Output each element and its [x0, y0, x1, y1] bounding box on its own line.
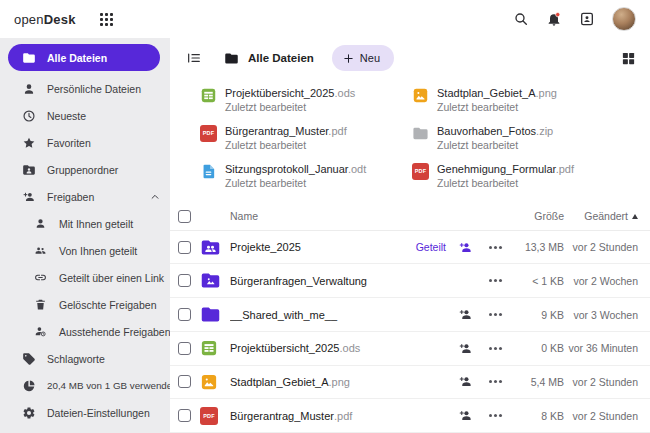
sidebar-toggle-icon[interactable]	[186, 50, 202, 66]
more-actions-button[interactable]	[480, 246, 510, 249]
sidebar-item-favoriten[interactable]: Favoriten	[0, 129, 170, 156]
sidebar-item-dateien-einstellungen[interactable]: Dateien-Einstellungen	[0, 399, 170, 426]
folder-icon	[200, 304, 230, 325]
share-button[interactable]	[450, 307, 480, 322]
file-size: < 1 KB	[510, 275, 564, 287]
sort-ascending-icon	[632, 214, 638, 219]
recent-file-text: Stadtplan_Gebiet_A.png Zuletzt bearbeite…	[437, 87, 557, 114]
sidebar-item-geteilt-ueber-link[interactable]: Geteilt über einen Link	[0, 264, 170, 291]
table-row[interactable]: Stadtplan_Gebiet_A.png 5,4 MB vor 2 Stun…	[170, 366, 650, 400]
sidebar-item-label: Gelöschte Freigaben	[59, 299, 156, 311]
top-bar: openDesk	[0, 0, 650, 38]
select-all-checkbox[interactable]	[178, 210, 191, 223]
sidebar-item-freigaben[interactable]: Freigaben	[0, 183, 170, 210]
file-modified: vor 2 Stunden	[570, 376, 638, 388]
row-checkbox[interactable]	[178, 342, 191, 355]
share-button[interactable]	[450, 408, 480, 423]
user-avatar[interactable]	[612, 7, 636, 31]
recent-file-text: Genehmigung_Formular.pdf Zuletzt bearbei…	[437, 163, 574, 190]
sidebar-storage-usage[interactable]: 20,4 MB von 1 GB verwendet	[0, 372, 170, 399]
pdf-file-icon: PDF	[200, 125, 217, 142]
recent-file-card[interactable]: Stadtplan_Gebiet_A.png Zuletzt bearbeite…	[412, 87, 636, 114]
spreadsheet-file-icon	[200, 339, 230, 357]
sidebar-item-neueste[interactable]: Neueste	[0, 102, 170, 129]
share-person-plus-icon	[22, 190, 36, 204]
recent-file-subtitle: Zuletzt bearbeitet	[225, 139, 347, 152]
sidebar-item-ausstehende-freigaben[interactable]: Ausstehende Freigaben	[0, 318, 170, 345]
table-row[interactable]: Projekte_2025Geteilt 13,3 MB vor 2 Stund…	[170, 231, 650, 265]
pdf-file-icon: PDF	[412, 163, 429, 180]
row-checkbox[interactable]	[178, 241, 191, 254]
recent-file-card[interactable]: PDF Genehmigung_Formular.pdf Zuletzt bea…	[412, 163, 636, 190]
file-name: Projektübersicht_2025.ods	[230, 342, 450, 354]
more-actions-button[interactable]	[480, 347, 510, 350]
file-name: Bürgeranfragen_Verwaltung	[230, 275, 450, 287]
sidebar-item-persoenliche-dateien[interactable]: Persönliche Dateien	[0, 75, 170, 102]
sidebar-item-label: Favoriten	[47, 137, 91, 149]
column-header-modified[interactable]: Geändert	[570, 210, 638, 222]
more-actions-button[interactable]	[480, 279, 510, 282]
table-row[interactable]: Bürgeranfragen_Verwaltung < 1 KB vor 2 W…	[170, 264, 650, 298]
folder-icon	[224, 51, 239, 66]
recent-file-card[interactable]: Bauvorhaben_Fotos.zip Zuletzt bearbeitet	[412, 125, 636, 152]
recent-file-name: Genehmigung_Formular.pdf	[437, 163, 574, 176]
column-header-name[interactable]: Name	[230, 210, 450, 222]
recent-file-card[interactable]: PDF Bürgerantrag_Muster.pdf Zuletzt bear…	[200, 125, 412, 152]
sidebar-item-mit-ihnen-geteilt[interactable]: Mit Ihnen geteilt	[0, 210, 170, 237]
zip-file-icon	[412, 125, 429, 142]
sidebar-item-label: Neueste	[47, 110, 86, 122]
sidebar-item-gruppenordner[interactable]: Gruppenordner	[0, 156, 170, 183]
row-checkbox[interactable]	[178, 375, 191, 388]
opendesk-files-app: openDesk Alle Dateien	[0, 0, 650, 433]
tag-icon	[22, 352, 36, 366]
file-size: 13,3 MB	[510, 241, 564, 253]
sidebar-item-label: Von Ihnen geteilt	[59, 245, 137, 257]
recent-file-card[interactable]: Sitzungsprotokoll_Januar.odt Zuletzt bea…	[200, 163, 412, 190]
recent-file-subtitle: Zuletzt bearbeitet	[225, 177, 366, 190]
share-button[interactable]	[450, 374, 480, 389]
sidebar-item-label: Freigaben	[47, 191, 94, 203]
new-button-label: Neu	[360, 52, 380, 64]
recent-files-grid: Projektübersicht_2025.ods Zuletzt bearbe…	[170, 75, 650, 203]
row-checkbox[interactable]	[178, 274, 191, 287]
new-button[interactable]: Neu	[332, 45, 394, 71]
folder-icon	[200, 270, 230, 291]
app-launcher-icon[interactable]	[100, 13, 113, 26]
file-name: Projekte_2025Geteilt	[230, 241, 450, 253]
row-checkbox[interactable]	[178, 308, 191, 321]
column-header-size[interactable]: Größe	[510, 210, 564, 222]
table-row[interactable]: PDF Bürgerantrag_Muster.pdf 8 KB vor 2 S…	[170, 399, 650, 433]
sidebar-item-schlagworte[interactable]: Schlagworte	[0, 345, 170, 372]
sidebar-item-von-ihnen-geteilt[interactable]: Von Ihnen geteilt	[0, 237, 170, 264]
recent-file-subtitle: Zuletzt bearbeitet	[437, 139, 553, 152]
sidebar-item-geloeschte-freigaben[interactable]: Gelöschte Freigaben	[0, 291, 170, 318]
contacts-icon[interactable]	[579, 11, 595, 27]
table-row[interactable]: Projektübersicht_2025.ods 0 KB vor 36 Mi…	[170, 332, 650, 366]
breadcrumb[interactable]: Alle Dateien	[224, 51, 314, 66]
notifications-bell-icon[interactable]	[546, 11, 562, 27]
sidebar-item-label: Mit Ihnen geteilt	[59, 218, 133, 230]
table-row[interactable]: __Shared_with_me__ 9 KB vor 3 Wochen	[170, 298, 650, 332]
search-icon[interactable]	[513, 11, 529, 27]
sidebar-item-label: Alle Dateien	[47, 52, 107, 64]
recent-file-name: Sitzungsprotokoll_Januar.odt	[225, 163, 366, 176]
recent-file-card[interactable]: Projektübersicht_2025.ods Zuletzt bearbe…	[200, 87, 412, 114]
grid-view-toggle-icon[interactable]	[621, 51, 636, 66]
more-actions-button[interactable]	[480, 380, 510, 383]
file-size: 5,4 MB	[510, 376, 564, 388]
file-name: __Shared_with_me__	[230, 309, 450, 321]
sidebar-item-alle-dateien[interactable]: Alle Dateien	[8, 44, 160, 71]
logo-desk: Desk	[44, 12, 76, 27]
file-name: Bürgerantrag_Muster.pdf	[230, 410, 450, 422]
more-actions-button[interactable]	[480, 414, 510, 417]
share-button[interactable]	[450, 341, 480, 356]
row-checkbox[interactable]	[178, 409, 191, 422]
document-file-icon	[200, 163, 217, 180]
sidebar-item-label: Schlagworte	[47, 353, 105, 365]
opendesk-logo[interactable]: openDesk	[14, 12, 76, 27]
share-button[interactable]	[450, 240, 480, 255]
file-modified: vor 2 Stunden	[570, 241, 638, 253]
gear-icon	[22, 406, 36, 420]
content-toolbar: Alle Dateien Neu	[170, 38, 650, 75]
more-actions-button[interactable]	[480, 313, 510, 316]
